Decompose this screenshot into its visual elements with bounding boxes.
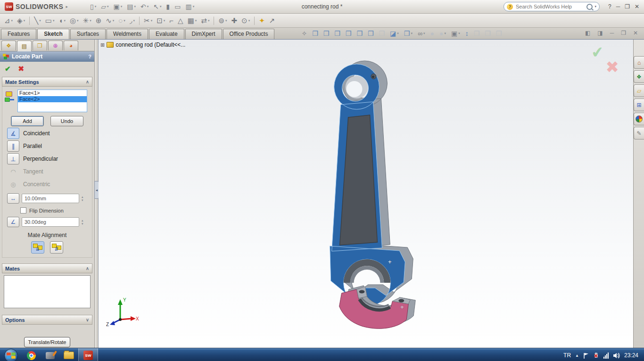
- spin-up-icon[interactable]: ▴: [82, 196, 87, 198]
- separator[interactable]: [139, 16, 140, 25]
- view-palette-icon[interactable]: ⊞: [634, 98, 644, 111]
- quick-snaps-icon[interactable]: ⊙▾: [240, 16, 251, 26]
- graphics-viewport[interactable]: ⊞ connecting rod (Default<<... ✔ ✖: [99, 40, 633, 348]
- options-icon[interactable]: ▥▾: [184, 2, 196, 11]
- tab-configurationmanager[interactable]: ❒: [33, 41, 47, 50]
- undo-icon[interactable]: ↶▾: [139, 2, 150, 11]
- feature-tree-label[interactable]: connecting rod (Default<<...: [116, 41, 185, 48]
- selection-item-face2[interactable]: Face<2>: [18, 96, 87, 102]
- add-button[interactable]: Add: [11, 116, 44, 126]
- mate-button[interactable]: ◎: [7, 179, 19, 190]
- tab-dimxpert[interactable]: DimXpert: [185, 29, 222, 39]
- mate-settings-header[interactable]: Mate Settings ∧: [2, 77, 92, 87]
- ellipse-icon[interactable]: ◌▾: [117, 16, 126, 25]
- aligned-button[interactable]: ⇊: [31, 241, 44, 254]
- corner-rectangle-icon[interactable]: ▭▾: [44, 16, 56, 26]
- standard-view-iso-icon[interactable]: ❒: [366, 29, 375, 38]
- circle-icon[interactable]: ◎▾: [68, 16, 80, 26]
- edit-scene-icon[interactable]: ❒: [483, 29, 492, 38]
- zoom-to-fit-icon[interactable]: ✧: [300, 29, 308, 38]
- help-search[interactable]: ? ▾: [504, 2, 600, 11]
- tab-sketch[interactable]: Sketch: [37, 29, 69, 39]
- mate-button[interactable]: ⊥: [7, 153, 19, 164]
- tab-featuremanager[interactable]: ❖: [1, 41, 16, 50]
- pane-left-icon[interactable]: ◧: [584, 29, 592, 37]
- spin-up-icon[interactable]: ▴: [82, 219, 87, 222]
- taskbar-media-button[interactable]: [41, 348, 59, 361]
- wireframe-view-icon[interactable]: ❒: [378, 29, 387, 38]
- mirror-entities-icon[interactable]: △: [176, 16, 185, 26]
- polygon-icon[interactable]: ⊕: [94, 16, 103, 26]
- new-document-icon[interactable]: ▯▾: [89, 2, 98, 11]
- perimeter-circle-icon[interactable]: ✳▾: [82, 16, 93, 26]
- search-icon[interactable]: [586, 4, 593, 10]
- restore-button[interactable]: ❐: [625, 3, 630, 10]
- search-caret-icon[interactable]: ▾: [594, 5, 596, 8]
- edit-decal-icon[interactable]: ❒: [495, 29, 504, 38]
- linear-sketch-pattern-icon[interactable]: ▦▾: [186, 16, 198, 26]
- options-header[interactable]: Options ∨: [2, 315, 92, 325]
- trim-entities-icon[interactable]: ✂▾: [142, 16, 154, 26]
- line-icon[interactable]: ╲▾: [33, 16, 42, 26]
- distance-field[interactable]: 10.00mm: [22, 194, 79, 203]
- print-icon[interactable]: ▤▾: [125, 2, 137, 11]
- tab-office-products[interactable]: Office Products: [223, 29, 275, 39]
- language-indicator[interactable]: TR: [563, 352, 571, 359]
- move-entities-icon[interactable]: ⇄▾: [199, 16, 211, 26]
- confirmation-corner-cancel-icon[interactable]: ✖: [606, 57, 619, 76]
- spin-down-icon[interactable]: ▾: [82, 199, 87, 202]
- offset-entities-icon[interactable]: ⌐: [168, 16, 175, 25]
- angle-spinner[interactable]: ▴ ▾: [82, 219, 87, 225]
- doc-restore-icon[interactable]: ❐: [619, 29, 627, 37]
- taskbar-solidworks-button[interactable]: SW: [78, 348, 98, 361]
- file-explorer-icon[interactable]: ▱: [634, 84, 644, 97]
- edit-appearance-icon[interactable]: ❒: [472, 29, 481, 38]
- feature-tree-root[interactable]: ⊞ connecting rod (Default<<...: [100, 41, 185, 48]
- minimize-button[interactable]: ─: [616, 3, 620, 10]
- mates-listbox[interactable]: [4, 275, 91, 308]
- display-style-icon[interactable]: ❒▾: [403, 29, 414, 38]
- mate-button[interactable]: ∥: [7, 140, 19, 152]
- sketch-icon[interactable]: ⊿▾: [3, 16, 14, 26]
- straight-slot-icon[interactable]: ◖▾: [57, 16, 67, 25]
- panel-help-icon[interactable]: ?: [88, 54, 91, 59]
- network-signal-icon[interactable]: [603, 353, 609, 359]
- selection-listbox[interactable]: Face<1>Face<2>: [17, 90, 87, 112]
- confirmation-corner-ok-icon[interactable]: ✔: [590, 43, 605, 62]
- tree-expand-icon[interactable]: ⊞: [100, 42, 105, 48]
- separator[interactable]: [214, 16, 214, 25]
- custom-properties-icon[interactable]: ✎: [634, 127, 644, 139]
- smart-dimension-icon[interactable]: ◈▾: [16, 16, 26, 26]
- view-settings-icon[interactable]: ▣▾: [450, 29, 462, 38]
- close-button[interactable]: ✕: [635, 3, 639, 10]
- toolbox-icon[interactable]: ▮: [165, 2, 172, 11]
- solidworks-resources-icon[interactable]: ⌂: [634, 56, 644, 69]
- standard-view-front-icon[interactable]: ❒: [311, 29, 320, 38]
- menu-expand-icon[interactable]: ▸: [66, 4, 68, 9]
- 3d-drawing-view-icon[interactable]: ↕: [464, 29, 470, 38]
- pane-right-icon[interactable]: ◨: [596, 29, 604, 37]
- spin-down-icon[interactable]: ▾: [82, 222, 87, 225]
- tab-surfaces[interactable]: Surfaces: [70, 29, 106, 39]
- connecting-rod-model[interactable]: [99, 40, 633, 348]
- start-button[interactable]: [4, 349, 18, 361]
- tab-propertymanager[interactable]: ▤: [17, 41, 32, 51]
- sketch-settings-icon[interactable]: ✦: [257, 16, 266, 26]
- tab-displaymanager[interactable]: ◕: [64, 41, 78, 50]
- spline-tools-icon[interactable]: ↗: [268, 16, 277, 26]
- appearances-scenes-icon[interactable]: ●: [634, 113, 644, 125]
- standard-view-back-icon[interactable]: ❒: [322, 29, 331, 38]
- separator[interactable]: [254, 16, 255, 25]
- distance-spinner[interactable]: ▴ ▾: [82, 196, 87, 202]
- tab-features[interactable]: Features: [1, 29, 36, 39]
- sketch-fillet-icon[interactable]: ◞▾: [128, 16, 136, 26]
- panel-splitter[interactable]: ◄: [95, 40, 99, 348]
- selection-item-face1[interactable]: Face<1>: [18, 90, 87, 96]
- translate-rotate-button[interactable]: Translate/Rotate: [24, 337, 71, 347]
- convert-entities-icon[interactable]: ⊡▾: [155, 16, 166, 26]
- action-center-flag-icon[interactable]: [583, 353, 589, 359]
- sheet-properties-icon[interactable]: ▭: [173, 2, 182, 11]
- angle-field[interactable]: 30.00deg: [22, 217, 79, 227]
- mate-button[interactable]: ∡: [7, 128, 19, 139]
- section-view-icon[interactable]: ◪▾: [388, 29, 400, 38]
